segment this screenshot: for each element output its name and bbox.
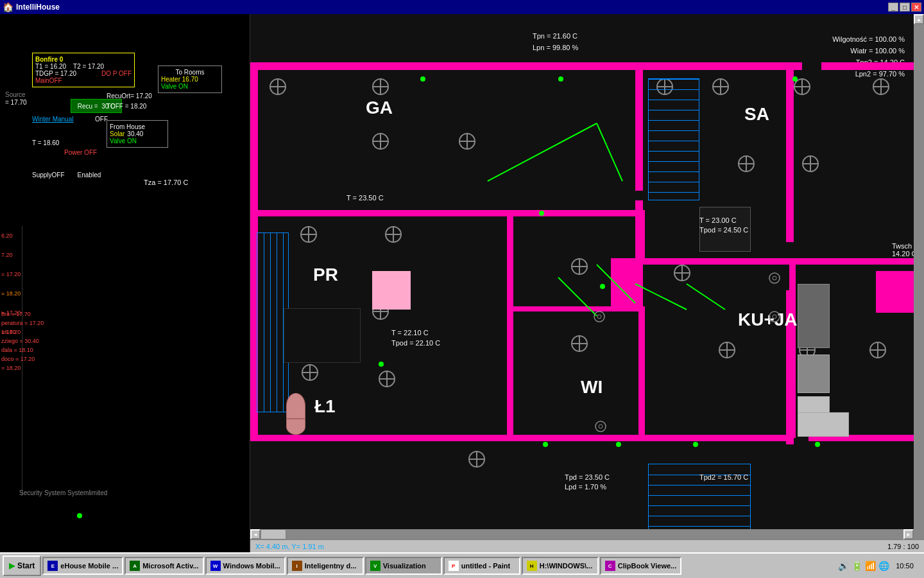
- crosshair-sa5: [738, 155, 755, 172]
- taskbar[interactable]: ▶ Start E eHouse Mobile ... A Microsoft …: [0, 552, 924, 578]
- titlebar: 🏠 IntelliHouse _ □ ✕: [0, 0, 924, 14]
- titlebar-controls[interactable]: _ □ ✕: [888, 3, 921, 12]
- crosshair-sa2: [712, 78, 729, 95]
- windows-icon: H: [527, 561, 537, 571]
- scroll-right-button[interactable]: ►: [903, 529, 914, 539]
- taskbar-item-visualization[interactable]: V Visualization: [365, 557, 442, 575]
- minimize-button[interactable]: _: [888, 3, 898, 12]
- green-dot-bottom2: [616, 442, 621, 447]
- bottom-scrollbar[interactable]: ◄ ►: [250, 529, 914, 539]
- crosshair-pr2: [385, 226, 402, 243]
- taskbar-item-inteligentny[interactable]: I Inteligentny d...: [287, 557, 364, 575]
- taskbar-item-clipbook[interactable]: C ClipBook Viewe...: [600, 557, 682, 575]
- coordinates-display: X= 4.40 m, Y= 1.91 m: [255, 543, 324, 550]
- crosshair-l1-2: [379, 371, 395, 387]
- right-scrollbar[interactable]: ▲ ▼: [914, 14, 924, 552]
- tpod-pr-label: Tpod = 22.10 C: [391, 339, 440, 347]
- supply-off: SupplyOFF Enabled: [32, 171, 101, 179]
- taskbar-item-ehouse[interactable]: E eHouse Mobile ...: [42, 557, 123, 575]
- socket-l1: [595, 421, 606, 432]
- label-l1: Ł1: [314, 396, 336, 417]
- scroll-left-button[interactable]: ◄: [250, 529, 261, 539]
- taskbar-item-activesync[interactable]: A Microsoft Activ...: [124, 557, 203, 575]
- taskbar-item-winmobile[interactable]: W Windows Mobil...: [205, 557, 286, 575]
- svg-point-89: [594, 311, 604, 322]
- clipbook-icon: C: [605, 561, 615, 571]
- svg-point-94: [773, 315, 776, 319]
- scrollbar-track[interactable]: [914, 24, 924, 542]
- svg-point-90: [597, 315, 601, 319]
- wall-ku-ja-top: [643, 258, 797, 265]
- label-wi: WI: [581, 377, 603, 398]
- crosshair-sa4: [873, 78, 889, 95]
- socket-wi2: [769, 311, 780, 322]
- toilet: [286, 393, 305, 419]
- close-button[interactable]: ✕: [911, 3, 921, 12]
- start-button[interactable]: ▶ Start: [3, 556, 41, 576]
- wall-wi-ku: [789, 258, 796, 438]
- inteligentny-icon: I: [292, 561, 302, 571]
- tpd2-label: Tpd2 = 15.70 C: [699, 473, 748, 481]
- bonfire-box: Bonfire 0 T1 = 16.20 T2 = 17.20 TDGP = 1…: [32, 53, 135, 87]
- maximize-button[interactable]: □: [900, 3, 910, 12]
- stairs-ga: [648, 78, 699, 200]
- taskbar-tray: 🔊 🔋 📶 🌐 10:50: [834, 561, 921, 571]
- wall-right-inner: [786, 62, 794, 242]
- taskbar-item-paint[interactable]: P untitled - Paint: [443, 557, 520, 575]
- crosshair-wi2: [571, 335, 588, 352]
- scale-display: 1.79 : 100: [887, 543, 919, 550]
- recu-ort-box: RecuOrt= 17.20 TOFF = 18.20: [107, 91, 164, 112]
- crosshair-4: [459, 133, 475, 150]
- left-panel: Bonfire 0 T1 = 16.20 T2 = 17.20 TDGP = 1…: [0, 14, 250, 552]
- h-scrollbar-track[interactable]: [261, 529, 903, 539]
- label-ku-ja: KU+JA: [738, 310, 798, 330]
- wall-pr-wi-v: [638, 306, 645, 438]
- furniture-sa: [876, 271, 914, 313]
- tray-icon-3: 📶: [865, 561, 876, 571]
- green-dot-bottom1: [543, 442, 548, 447]
- crosshair-ku1: [674, 265, 690, 281]
- furniture-ku2: [798, 355, 830, 393]
- label-ga: GA: [366, 98, 393, 118]
- crosshair-2: [372, 78, 389, 95]
- t-ga-label: T = 23.50 C: [346, 194, 384, 202]
- t-sa-label: T = 23.00 C: [699, 216, 737, 224]
- main-area: Bonfire 0 T1 = 16.20 T2 = 17.20 TDGP = 1…: [0, 14, 924, 552]
- crosshair-3: [372, 133, 389, 150]
- svg-line-86: [687, 284, 725, 310]
- winmobile-icon: W: [210, 561, 221, 571]
- crosshair-l1-1: [302, 364, 318, 381]
- winter-manual-link[interactable]: Winter Manual: [32, 116, 73, 123]
- toilet-base: [286, 419, 305, 435]
- statusbar: X= 4.40 m, Y= 1.91 m 1.79 : 100: [250, 539, 924, 552]
- label-sa: SA: [744, 104, 769, 125]
- wall-corner-1: [611, 258, 643, 310]
- tray-icon-4: 🌐: [878, 561, 889, 571]
- crosshair-bottom: [468, 451, 485, 468]
- green-dot-bottom4: [815, 442, 820, 447]
- lpd-label: Lpd = 1.70 %: [565, 483, 606, 491]
- svg-point-91: [769, 273, 780, 283]
- crosshair-sa6: [802, 155, 819, 172]
- taskbar-item-windows[interactable]: H H:\WINDOWS\...: [522, 557, 599, 575]
- wall-small-1: [638, 210, 645, 261]
- floorplan[interactable]: Wilgotność = 100.00 % Wiatr = 100.00 % T…: [250, 14, 924, 552]
- security-system: Security System Systemlimited: [19, 489, 107, 496]
- crosshair-wi1: [571, 258, 588, 275]
- label-pr: PR: [313, 265, 338, 285]
- green-dot-mid: [539, 211, 544, 216]
- scroll-up-button[interactable]: ▲: [914, 14, 924, 24]
- socket-wi1: [769, 272, 780, 284]
- wall-top-left: [250, 62, 802, 70]
- wall-h-ga-pr: [250, 210, 638, 216]
- wall-top-right: [821, 62, 924, 70]
- crosshair-ku2: [719, 342, 735, 358]
- tray-icon-1: 🔊: [838, 561, 849, 571]
- tza-label: Tza = 17.70 C: [144, 179, 188, 186]
- green-dot-l1: [379, 362, 384, 367]
- crosshair-ku4: [869, 342, 886, 358]
- lpn-label: Lpn = 99.80 %: [533, 44, 578, 51]
- crosshair-1: [270, 78, 286, 95]
- svg-point-87: [595, 421, 606, 432]
- furniture-ku1: [798, 284, 830, 348]
